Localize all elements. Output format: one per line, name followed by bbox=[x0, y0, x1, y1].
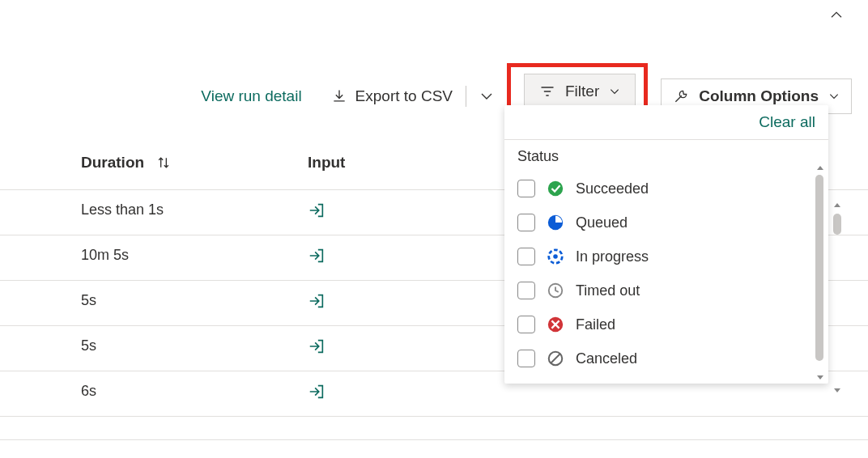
column-header-duration-label: Duration bbox=[81, 154, 144, 172]
column-header-input-label: Input bbox=[308, 154, 345, 171]
cell-input-link[interactable] bbox=[308, 383, 326, 405]
queued-icon bbox=[547, 214, 564, 231]
filter-option-label: Timed out bbox=[576, 282, 640, 299]
dropdown-scrollbar[interactable] bbox=[815, 175, 823, 361]
table-row[interactable] bbox=[0, 416, 868, 440]
chevron-down-icon bbox=[828, 91, 840, 102]
export-csv-dropdown[interactable] bbox=[479, 89, 494, 104]
filter-option-label: In progress bbox=[576, 248, 649, 265]
filter-option-timedout[interactable]: Timed out bbox=[517, 274, 822, 307]
column-options-label: Column Options bbox=[699, 87, 819, 105]
scroll-down-arrow-icon[interactable] bbox=[815, 372, 825, 382]
chevron-down-icon bbox=[609, 86, 620, 97]
open-input-icon bbox=[308, 247, 326, 265]
filter-option-inprogress[interactable]: In progress bbox=[517, 240, 822, 274]
inprogress-icon bbox=[547, 248, 564, 265]
cell-duration: Less than 1s bbox=[81, 201, 308, 223]
view-run-detail-link[interactable]: View run detail bbox=[201, 87, 301, 105]
export-csv-button[interactable]: Export to CSV bbox=[331, 87, 453, 105]
scroll-up-arrow-icon[interactable] bbox=[815, 163, 825, 173]
filter-button[interactable]: Filter bbox=[524, 74, 636, 109]
cell-duration: 10m 5s bbox=[81, 247, 308, 269]
checkbox[interactable] bbox=[517, 282, 535, 299]
open-input-icon bbox=[308, 201, 326, 219]
filter-dropdown-panel: Clear all Status Succeeded Queued In pro… bbox=[504, 105, 828, 384]
filter-option-label: Queued bbox=[576, 214, 628, 231]
svg-point-3 bbox=[553, 254, 558, 259]
svg-point-0 bbox=[548, 181, 563, 196]
cell-input-link[interactable] bbox=[308, 337, 326, 359]
column-header-input[interactable]: Input bbox=[308, 154, 345, 172]
export-csv-label: Export to CSV bbox=[355, 87, 453, 105]
filter-option-queued[interactable]: Queued bbox=[517, 206, 822, 240]
filter-option-succeeded[interactable]: Succeeded bbox=[517, 172, 822, 206]
filter-option-label: Succeeded bbox=[576, 180, 649, 197]
checkbox[interactable] bbox=[517, 214, 535, 231]
cell-duration: 5s bbox=[81, 337, 308, 359]
timedout-icon bbox=[547, 282, 564, 299]
wrench-icon bbox=[673, 88, 689, 104]
checkbox[interactable] bbox=[517, 248, 535, 265]
checkbox[interactable] bbox=[517, 316, 535, 333]
canceled-icon bbox=[547, 350, 564, 367]
download-icon bbox=[331, 88, 347, 104]
filter-option-canceled[interactable]: Canceled bbox=[517, 341, 822, 375]
sort-icon bbox=[155, 155, 172, 171]
toolbar-divider bbox=[466, 86, 466, 107]
failed-icon bbox=[547, 316, 564, 333]
scroll-thumb[interactable] bbox=[833, 214, 841, 235]
scroll-up-arrow-icon bbox=[832, 201, 842, 210]
checkbox[interactable] bbox=[517, 180, 535, 197]
cell-duration: 6s bbox=[81, 383, 308, 405]
collapse-toggle[interactable] bbox=[829, 8, 844, 23]
succeeded-icon bbox=[547, 180, 564, 197]
open-input-icon bbox=[308, 383, 326, 401]
chevron-down-icon bbox=[479, 89, 494, 104]
column-header-duration[interactable]: Duration bbox=[81, 154, 308, 172]
outer-scrollbar[interactable] bbox=[832, 201, 842, 235]
open-input-icon bbox=[308, 337, 326, 355]
filter-icon bbox=[539, 83, 555, 100]
cell-input-link[interactable] bbox=[308, 247, 326, 269]
filter-label: Filter bbox=[565, 83, 599, 100]
dropdown-section-title: Status bbox=[504, 140, 828, 170]
cell-duration: 5s bbox=[81, 292, 308, 314]
dropdown-options-list: Succeeded Queued In progress Timed out bbox=[504, 170, 828, 384]
scroll-down-arrow-icon[interactable] bbox=[832, 385, 842, 395]
clear-all-link[interactable]: Clear all bbox=[759, 113, 815, 131]
dropdown-header: Clear all bbox=[504, 105, 828, 139]
open-input-icon bbox=[308, 292, 326, 310]
filter-option-label: Failed bbox=[576, 316, 615, 333]
filter-option-label: Canceled bbox=[576, 350, 637, 367]
filter-option-failed[interactable]: Failed bbox=[517, 307, 822, 341]
cell-input-link[interactable] bbox=[308, 201, 326, 223]
cell-input-link[interactable] bbox=[308, 292, 326, 314]
checkbox[interactable] bbox=[517, 350, 535, 367]
chevron-up-icon bbox=[829, 8, 844, 23]
